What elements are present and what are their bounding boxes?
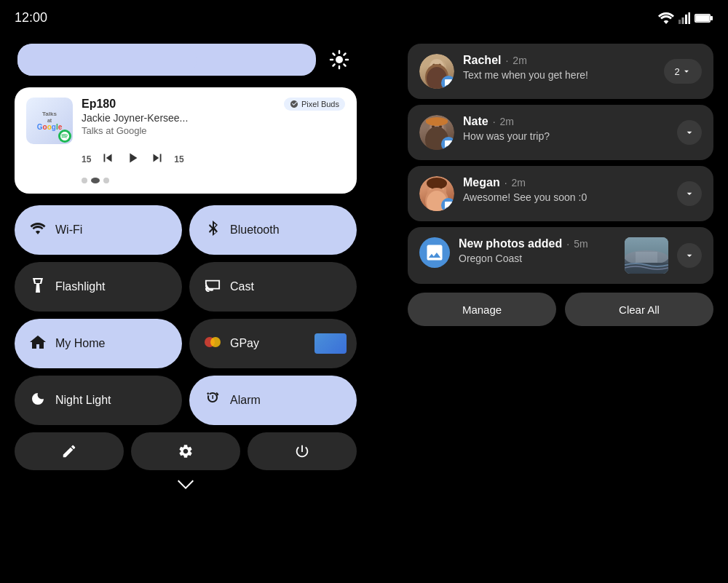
settings-button[interactable] <box>131 432 240 470</box>
bluetooth-toggle[interactable]: Bluetooth <box>189 205 357 255</box>
play-button[interactable] <box>124 150 141 169</box>
notification-header-megan: Megan · 2m <box>463 176 668 189</box>
expand-button-photos[interactable] <box>677 243 702 268</box>
svg-line-15 <box>344 54 345 55</box>
media-card[interactable]: Talks at Google Ep180 <box>15 87 357 194</box>
battery-status-icon <box>695 12 713 24</box>
avatar-photos <box>419 237 450 268</box>
media-dot-1 <box>82 178 87 183</box>
alarm-icon <box>204 391 221 411</box>
svg-point-42 <box>625 250 668 265</box>
media-title-row: Ep180 Pixel Buds <box>82 98 345 111</box>
alarm-toggle[interactable]: Alarm <box>189 376 357 425</box>
message-badge-megan <box>441 198 454 211</box>
spotify-icon <box>58 130 71 143</box>
expand-button-megan[interactable] <box>677 181 702 206</box>
notif-message-nate: How was your trip? <box>463 130 668 142</box>
notification-rachel[interactable]: Rachel · 2m Text me when you get here! 2 <box>408 44 713 99</box>
media-info: Ep180 Pixel Buds Jackie Joyner-Kersee...… <box>82 98 345 136</box>
status-icons <box>658 12 713 24</box>
media-source: Pixel Buds <box>284 98 345 111</box>
svg-point-18 <box>210 337 221 347</box>
svg-point-31 <box>428 119 446 124</box>
bluetooth-label: Bluetooth <box>230 223 280 237</box>
notif-message-photos: Oregon Coast <box>459 253 616 264</box>
rewind-button[interactable] <box>100 150 116 169</box>
notification-header-rachel: Rachel · 2m <box>463 54 655 67</box>
cast-toggle[interactable]: Cast <box>189 262 357 312</box>
svg-line-13 <box>333 54 335 55</box>
message-badge-rachel <box>441 76 454 89</box>
media-thumbnail: Talks at Google <box>26 98 73 144</box>
gpay-card-icon <box>314 333 347 354</box>
expand-button-nate[interactable] <box>677 120 702 145</box>
cast-label: Cast <box>230 280 254 293</box>
signal-status-icon <box>678 12 690 24</box>
flashlight-label: Flashlight <box>55 280 105 293</box>
wifi-label: Wi-Fi <box>55 223 82 237</box>
wifi-toggle[interactable]: Wi-Fi <box>15 205 182 255</box>
notification-header-photos: New photos added · 5m <box>459 237 616 250</box>
notification-actions: Manage Clear All <box>408 290 713 328</box>
svg-rect-43 <box>636 252 657 263</box>
edit-button[interactable] <box>15 432 124 470</box>
media-source-label: Pixel Buds <box>301 100 339 108</box>
gpay-icon <box>204 336 221 352</box>
cast-icon <box>204 279 221 296</box>
home-icon <box>29 335 47 353</box>
forward-button[interactable] <box>149 150 165 169</box>
notif-name-rachel: Rachel <box>463 54 501 67</box>
myhome-toggle[interactable]: My Home <box>15 319 182 368</box>
notification-nate[interactable]: Nate · 2m How was your trip? <box>408 105 713 160</box>
media-controls-row: 15 15 <box>26 150 345 169</box>
svg-rect-2 <box>685 15 687 24</box>
avatar-rachel <box>419 54 454 89</box>
avatar-nate <box>419 115 454 150</box>
wifi-icon <box>29 222 47 239</box>
media-episode: Ep180 <box>82 98 116 111</box>
notification-content-rachel: Rachel · 2m Text me when you get here! <box>463 54 655 81</box>
notif-time-photos: 5m <box>574 238 587 250</box>
notif-time-nate: 2m <box>500 116 514 127</box>
media-top: Talks at Google Ep180 <box>26 98 345 144</box>
notif-time-rachel: 2m <box>513 55 526 66</box>
action-bar <box>15 432 357 470</box>
manage-button[interactable]: Manage <box>408 293 556 326</box>
clear-all-button[interactable]: Clear All <box>565 293 713 326</box>
notification-header-nate: Nate · 2m <box>463 115 668 128</box>
notification-photos[interactable]: New photos added · 5m Oregon Coast <box>408 227 713 284</box>
notification-megan[interactable]: Megan · 2m Awesome! See you soon :0 <box>408 166 713 221</box>
expand-button-rachel[interactable]: 2 <box>664 59 702 84</box>
media-show-name: Talks at Google <box>82 125 345 136</box>
media-dots <box>26 178 345 183</box>
svg-point-8 <box>336 56 343 63</box>
chevron-down[interactable] <box>15 479 357 491</box>
svg-rect-44 <box>625 263 668 274</box>
notif-name-nate: Nate <box>463 115 488 128</box>
nightlight-label: Night Light <box>55 394 111 407</box>
notif-name-megan: Megan <box>463 176 500 189</box>
svg-rect-0 <box>678 20 681 24</box>
brightness-slider[interactable] <box>17 44 316 76</box>
flashlight-toggle[interactable]: Flashlight <box>15 262 182 312</box>
gpay-label: GPay <box>230 337 259 350</box>
expand-count-rachel: 2 <box>674 66 679 77</box>
media-dot-2 <box>91 178 100 183</box>
svg-point-37 <box>427 178 447 189</box>
rewind-label: 15 <box>82 154 91 164</box>
notifications-panel: Rachel · 2m Text me when you get here! 2 <box>408 44 713 561</box>
gpay-toggle[interactable]: GPay <box>189 319 357 368</box>
forward-label: 15 <box>174 154 183 164</box>
toggles-grid: Wi-Fi Bluetooth Flashlight <box>15 205 357 425</box>
brightness-icon[interactable] <box>325 45 354 74</box>
notification-content-megan: Megan · 2m Awesome! See you soon :0 <box>463 176 668 203</box>
svg-rect-3 <box>689 12 691 24</box>
svg-rect-41 <box>625 259 668 274</box>
brightness-fill <box>17 44 197 76</box>
notification-content-nate: Nate · 2m How was your trip? <box>463 115 668 142</box>
nightlight-toggle[interactable]: Night Light <box>15 376 182 425</box>
message-badge-nate <box>441 137 454 150</box>
photos-thumbnail <box>625 237 668 274</box>
notif-message-megan: Awesome! See you soon :0 <box>463 191 668 203</box>
power-button[interactable] <box>248 432 357 470</box>
